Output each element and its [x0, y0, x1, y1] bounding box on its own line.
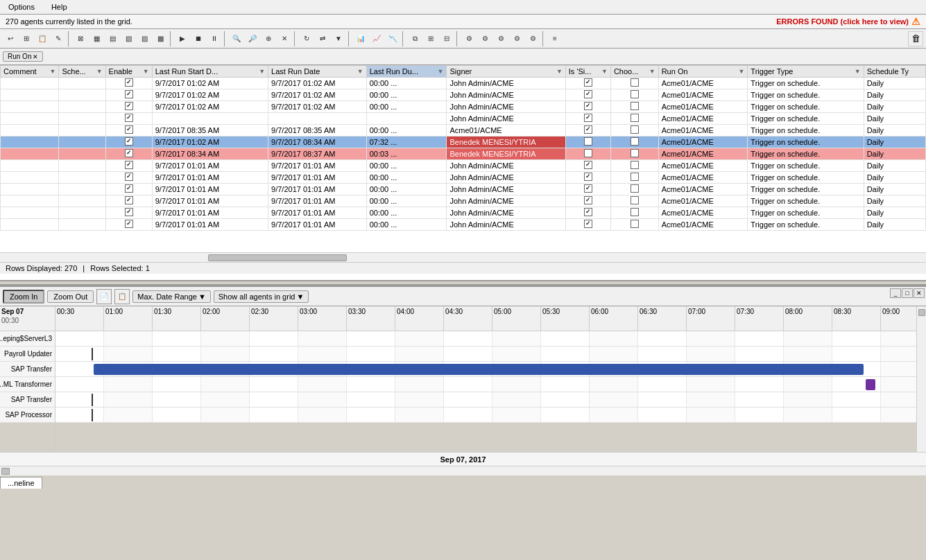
cell-last-run-date: 9/7/2017 01:01 AM: [268, 184, 367, 195]
col-choo[interactable]: Choo...▼: [610, 66, 658, 78]
filter-close-icon[interactable]: ✕: [33, 53, 38, 60]
toolbar-btn-23[interactable]: 📉: [385, 31, 400, 46]
toolbar-btn-29[interactable]: ⚙: [493, 31, 508, 46]
col-last-run-date[interactable]: Last Run Date▼: [268, 66, 367, 78]
toolbar-btn-20[interactable]: ▼: [331, 31, 346, 46]
delete-button[interactable]: 🗑: [908, 31, 923, 46]
toolbar-btn-9[interactable]: ▨: [137, 31, 152, 46]
error-notice[interactable]: ERRORS FOUND (click here to view) ⚠: [776, 16, 920, 27]
col-signer[interactable]: Signer▼: [447, 66, 565, 78]
cell-run-on: Acme01/ACME: [658, 207, 748, 219]
toolbar-btn-30[interactable]: ⚙: [509, 31, 524, 46]
col-enable[interactable]: Enable▼: [105, 66, 152, 78]
toolbar-btn-10[interactable]: ▩: [153, 31, 168, 46]
table-row[interactable]: ✓ 9/7/2017 01:01 AM 9/7/2017 01:01 AM 00…: [1, 160, 926, 172]
table-row[interactable]: ✓ 9/7/2017 01:01 AM 9/7/2017 01:01 AM 00…: [1, 172, 926, 184]
toolbar-btn-18[interactable]: ↻: [299, 31, 314, 46]
toolbar-btn-14[interactable]: 🔍: [229, 31, 244, 46]
timeline-row: [55, 347, 916, 362]
table-row[interactable]: ✓ 9/7/2017 08:34 AM 9/7/2017 08:37 AM 00…: [1, 148, 926, 160]
toolbar-btn-7[interactable]: ▤: [105, 31, 120, 46]
toolbar-btn-16[interactable]: ⊕: [261, 31, 276, 46]
grid-scroll[interactable]: Comment▼ Sche...▼ Enable▼ Last Run Start…: [0, 65, 926, 252]
col-comment[interactable]: Comment▼: [1, 66, 59, 78]
toolbar-btn-17[interactable]: ✕: [277, 31, 292, 46]
timeline-btn-2[interactable]: 📋: [114, 289, 130, 304]
table-row[interactable]: ✓ 9/7/2017 01:02 AM 9/7/2017 01:02 AM 00…: [1, 101, 926, 113]
toolbar-btn-21[interactable]: 📊: [353, 31, 368, 46]
table-row[interactable]: ✓ 9/7/2017 01:01 AM 9/7/2017 01:01 AM 00…: [1, 219, 926, 231]
menu-help[interactable]: Help: [49, 1, 70, 12]
table-row[interactable]: ✓ 9/7/2017 01:01 AM 9/7/2017 01:01 AM 00…: [1, 195, 926, 207]
toolbar-btn-24[interactable]: ⧉: [407, 31, 422, 46]
toolbar-btn-12[interactable]: ⏹: [191, 31, 206, 46]
col-is-si[interactable]: Is 'Si...▼: [565, 66, 610, 78]
main-toolbar: ↩ ⊞ 📋 ✎ ⊠ ▦ ▤ ▧ ▨ ▩ ▶ ⏹ ⏸ 🔍 🔎 ⊕ ✕ ↻ ⇄ ▼ …: [0, 29, 926, 49]
show-agents-dropdown[interactable]: Show all agents in grid ▼: [214, 290, 309, 303]
timeline-cell: [784, 331, 832, 346]
timeline-cell: [153, 392, 201, 407]
toolbar-btn-4[interactable]: ✎: [51, 31, 66, 46]
panel-close-btn[interactable]: ✕: [914, 288, 925, 298]
table-row[interactable]: ✓ 9/7/2017 01:01 AM 9/7/2017 01:01 AM 00…: [1, 184, 926, 195]
timeline-h-thumb[interactable]: [1, 468, 10, 475]
col-last-run-start[interactable]: Last Run Start D...▼: [152, 66, 268, 78]
table-row[interactable]: ✓ 9/7/2017 01:01 AM 9/7/2017 01:01 AM 00…: [1, 207, 926, 219]
toolbar-btn-11[interactable]: ▶: [175, 31, 190, 46]
panel-maximize-btn[interactable]: □: [902, 288, 913, 298]
panel-divider[interactable]: [0, 280, 926, 286]
col-last-run-dur[interactable]: Last Run Du...▼: [366, 66, 447, 78]
table-row[interactable]: ✓ 9/7/2017 01:02 AM 9/7/2017 08:34 AM 07…: [1, 137, 926, 148]
grid-footer: Rows Displayed: 270 | Rows Selected: 1: [0, 262, 926, 274]
panel-minimize-btn[interactable]: _: [890, 288, 901, 298]
cell-last-run-start: 9/7/2017 01:01 AM: [152, 219, 268, 231]
toolbar-btn-22[interactable]: 📈: [369, 31, 384, 46]
table-row[interactable]: ✓ 9/7/2017 01:02 AM 9/7/2017 01:02 AM 00…: [1, 78, 926, 89]
toolbar-btn-6[interactable]: ▦: [89, 31, 104, 46]
timeline-grid-area[interactable]: 00:3001:0001:3002:0002:3003:0003:3004:00…: [55, 306, 916, 452]
toolbar-btn-26[interactable]: ⊟: [439, 31, 454, 46]
toolbar-btn-15[interactable]: 🔎: [245, 31, 260, 46]
toolbar-btn-19[interactable]: ⇄: [315, 31, 330, 46]
toolbar-btn-28[interactable]: ⚙: [477, 31, 492, 46]
cell-last-run-date: 9/7/2017 08:37 AM: [268, 148, 367, 160]
toolbar-btn-13[interactable]: ⏸: [207, 31, 222, 46]
run-on-filter-label: Run On: [8, 53, 31, 60]
agent-count-label: 270 agents currently listed in the grid.: [6, 17, 132, 26]
timeline-btn-1[interactable]: 📄: [96, 289, 112, 304]
col-trigger-type[interactable]: Trigger Type▼: [748, 66, 864, 78]
table-row[interactable]: ✓ 9/7/2017 08:35 AM 9/7/2017 08:35 AM 00…: [1, 125, 926, 137]
toolbar-btn-27[interactable]: ⚙: [461, 31, 477, 46]
zoom-out-button[interactable]: Zoom Out: [47, 290, 94, 303]
timeline-cell: [201, 377, 250, 392]
toolbar-btn-31[interactable]: ⚙: [525, 31, 540, 46]
horizontal-scrollbar[interactable]: [0, 252, 926, 262]
cell-sche: [59, 195, 105, 207]
toolbar-btn-3[interactable]: 📋: [35, 31, 50, 46]
zoom-in-button[interactable]: Zoom In: [3, 290, 44, 304]
toolbar-btn-25[interactable]: ⊞: [423, 31, 438, 46]
scrollbar-thumb[interactable]: [208, 254, 347, 261]
cell-enable: ✓: [105, 113, 152, 125]
v-scroll-thumb[interactable]: [918, 309, 925, 316]
cell-is-si: [565, 148, 610, 160]
timeline-horizontal-scrollbar[interactable]: [0, 466, 926, 475]
max-date-range-dropdown[interactable]: Max. Date Range ▼: [132, 290, 211, 303]
col-run-on[interactable]: Run On▼: [658, 66, 748, 78]
col-schedule-ty[interactable]: Schedule Ty: [864, 66, 925, 78]
vertical-scrollbar[interactable]: [916, 306, 926, 452]
menu-options[interactable]: Options: [6, 1, 37, 12]
timeline-cell: [881, 392, 916, 407]
toolbar-btn-8[interactable]: ▧: [121, 31, 136, 46]
toolbar-btn-32[interactable]: ≡: [547, 31, 563, 46]
table-row[interactable]: ✓ 9/7/2017 01:02 AM 9/7/2017 01:02 AM 00…: [1, 89, 926, 101]
table-row[interactable]: ✓ John Admin/ACME ✓ Acme01/ACME Trigger …: [1, 113, 926, 125]
cell-comment: [1, 219, 59, 231]
toolbar-btn-2[interactable]: ⊞: [19, 31, 34, 46]
timeline-tab[interactable]: ...neline: [0, 477, 42, 489]
cell-comment: [1, 172, 59, 184]
col-schedule[interactable]: Sche...▼: [59, 66, 105, 78]
toolbar-btn-1[interactable]: ↩: [3, 31, 18, 46]
run-on-filter[interactable]: Run On ✕: [3, 51, 43, 62]
toolbar-btn-5[interactable]: ⊠: [73, 31, 88, 46]
